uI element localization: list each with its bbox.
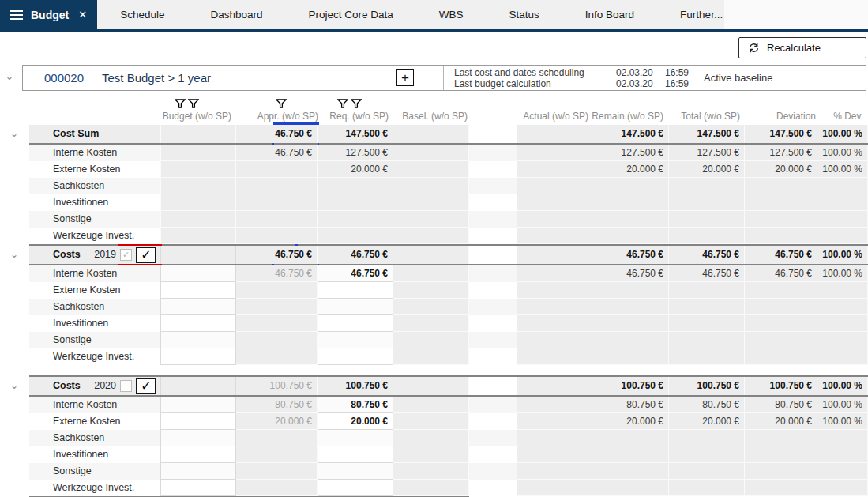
row-expand-chevron-icon[interactable]: ⌄: [10, 377, 18, 395]
column-header-basel[interactable]: Basel. (w/o SP): [387, 111, 468, 122]
cell-appr: [236, 463, 318, 480]
column-header-budget[interactable]: Budget (w/o SP): [150, 111, 231, 122]
cell-appr: [236, 480, 318, 496]
approve-checkbox[interactable]: ✓: [136, 378, 156, 394]
row-expand-chevron-icon[interactable]: ⌄: [10, 246, 18, 264]
cell-value: 20.000 €: [745, 413, 812, 430]
cell-pdev: 100.00 %: [817, 246, 868, 264]
filter-icons-budget[interactable]: [175, 97, 199, 111]
cell-deviation: 100.750 €: [745, 377, 817, 395]
row-gutter: [0, 480, 29, 496]
project-collapse-chevron-icon[interactable]: ⌄: [3, 70, 16, 82]
cell-budget[interactable]: [160, 397, 236, 413]
column-header-req[interactable]: Req. (w/o SP): [308, 111, 389, 122]
tab-schedule[interactable]: Schedule: [97, 0, 187, 29]
tab-budget[interactable]: Budget ✕: [0, 0, 97, 29]
cell-total: [669, 282, 745, 299]
cell-req: 46.750 €: [318, 246, 393, 264]
column-header-total[interactable]: Total (w/o SP): [659, 111, 740, 122]
cell-budget[interactable]: [160, 265, 236, 282]
cell-budget[interactable]: [160, 446, 236, 463]
column-header-actual[interactable]: Actual (w/o SP): [508, 111, 588, 122]
cell-req[interactable]: [318, 332, 393, 348]
row-gutter: [0, 413, 29, 430]
cell-total: [669, 348, 745, 365]
filter-funnel-icon[interactable]: [337, 97, 348, 111]
cell-req: 100.750 €: [318, 377, 393, 395]
cell-req[interactable]: [318, 348, 393, 365]
cell-actual: [517, 446, 592, 463]
cell-total: 20.000 €: [669, 413, 745, 430]
tab-dashboard[interactable]: Dashboard: [187, 0, 285, 29]
cell-budget[interactable]: [160, 413, 236, 430]
add-button[interactable]: +: [396, 69, 414, 86]
cell-budget[interactable]: [160, 282, 236, 299]
table-row: Externe Kosten: [0, 282, 868, 299]
cell-budget[interactable]: [160, 463, 236, 480]
cell-budget: [160, 377, 236, 395]
tab-budget-label: Budget: [31, 9, 69, 21]
column-gap: [469, 397, 517, 413]
row-label-cell: Costs2020✓: [29, 377, 160, 395]
cell-actual: [517, 377, 592, 395]
cell-req[interactable]: 20.000 €: [318, 413, 393, 430]
baseline-checkbox[interactable]: [120, 380, 132, 392]
filter-icons-req[interactable]: [337, 97, 362, 111]
cell-req[interactable]: 80.750 €: [318, 397, 393, 413]
project-title[interactable]: Test Budget > 1 year: [102, 71, 211, 85]
cell-remain: 127.500 €: [592, 145, 669, 161]
column-header-remain[interactable]: Remain.(w/o SP): [583, 111, 663, 122]
cell-appr: [236, 315, 318, 332]
filter-funnel-icon[interactable]: [351, 97, 362, 111]
baseline-checkbox[interactable]: ✓: [120, 249, 132, 261]
cell-req[interactable]: [318, 430, 393, 446]
column-gap: [469, 299, 517, 315]
tab-wbs[interactable]: WBS: [416, 0, 487, 29]
cell-appr: 46.750 €: [236, 125, 318, 143]
scheduling-info: Last cost and dates scheduling 02.03.20 …: [454, 68, 697, 89]
filter-funnel-icon[interactable]: [175, 97, 186, 111]
row-label: Werkzeuge Invest.: [53, 228, 134, 244]
row-label: Werkzeuge Invest.: [53, 480, 134, 496]
approve-checkbox[interactable]: ✓: [136, 247, 156, 263]
cell-budget[interactable]: [160, 332, 236, 348]
cell-req[interactable]: 46.750 €: [318, 265, 393, 282]
filter-funnel-icon[interactable]: [276, 97, 287, 111]
cell-value: 46.750 €: [669, 246, 739, 264]
cell-req[interactable]: [318, 315, 393, 332]
tab-status[interactable]: Status: [487, 0, 562, 29]
cell-value: 147.500 €: [592, 125, 663, 143]
filter-funnel-icon[interactable]: [188, 97, 199, 111]
table-row: Sachkosten: [0, 178, 868, 194]
row-label-cell: Sachkosten: [29, 178, 160, 194]
cell-deviation: 80.750 €: [745, 397, 817, 413]
cell-value: 127.500 €: [318, 145, 388, 161]
menu-icon[interactable]: [10, 10, 23, 20]
cell-req[interactable]: [318, 299, 393, 315]
column-header-pdev[interactable]: % Dev.: [783, 111, 863, 122]
cell-value: 46.750 €: [745, 246, 812, 264]
recalculate-button[interactable]: Recalculate: [738, 37, 866, 58]
cell-budget[interactable]: [160, 480, 236, 496]
tab-further[interactable]: Further...: [657, 0, 746, 29]
cell-total: [669, 211, 745, 228]
close-icon[interactable]: ✕: [78, 9, 87, 21]
cell-req[interactable]: [318, 446, 393, 463]
cell-req[interactable]: [318, 282, 393, 299]
tab-info-board[interactable]: Info Board: [562, 0, 657, 29]
cell-budget[interactable]: [160, 348, 236, 365]
column-gap: [469, 332, 517, 348]
cell-req[interactable]: [318, 463, 393, 480]
row-expand-chevron-icon[interactable]: ⌄: [10, 125, 18, 143]
cell-budget[interactable]: [160, 430, 236, 446]
column-header-appr[interactable]: Appr. (w/o SP): [237, 111, 318, 122]
row-gutter: [0, 265, 29, 282]
tab-project-core-data[interactable]: Project Core Data: [285, 0, 415, 29]
filter-icon-appr[interactable]: [276, 97, 287, 111]
cell-budget: [160, 194, 236, 211]
cell-req[interactable]: [318, 480, 393, 496]
cell-deviation: [745, 178, 817, 194]
cell-budget[interactable]: [160, 315, 236, 332]
cell-budget[interactable]: [160, 299, 236, 315]
column-gap: [469, 480, 517, 496]
